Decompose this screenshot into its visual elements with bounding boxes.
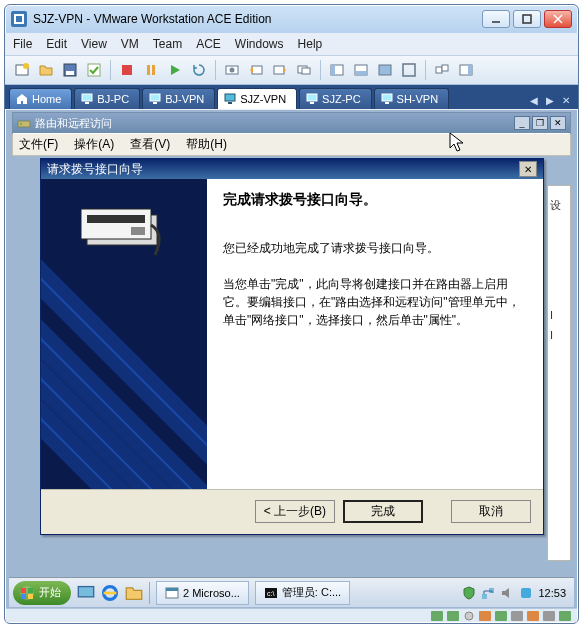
mmc-menu-action[interactable]: 操作(A) [74,136,114,153]
menu-view[interactable]: View [81,37,107,51]
cancel-button[interactable]: 取消 [451,500,531,523]
snapshot-prev-icon[interactable] [245,59,267,81]
save-icon[interactable] [59,59,81,81]
tray-security-icon[interactable] [462,586,476,600]
quick-launch-ie-icon[interactable] [101,584,119,602]
status-cd-icon[interactable] [463,611,475,621]
status-usb-icon[interactable] [527,611,539,621]
svg-rect-27 [436,67,442,73]
tab-close-icon[interactable]: ✕ [558,91,574,109]
titlebar: SJZ-VPN - VMware Workstation ACE Edition [5,5,578,33]
tab-sh-vpn[interactable]: SH-VPN [374,88,450,109]
menu-windows[interactable]: Windows [235,37,284,51]
snapshot-manager-icon[interactable] [293,59,315,81]
show-left-pane-icon[interactable] [326,59,348,81]
tab-home[interactable]: Home [9,88,72,109]
ace-icon[interactable] [83,59,105,81]
svg-point-8 [23,63,29,69]
svg-point-60 [465,612,473,620]
mmc-menu-help[interactable]: 帮助(H) [186,136,227,153]
svg-rect-18 [274,66,284,74]
tray-info-icon[interactable] [519,586,533,600]
svg-rect-22 [331,65,335,75]
reset-icon[interactable] [188,59,210,81]
maximize-button[interactable] [513,10,541,28]
svg-rect-14 [152,65,155,75]
stop-icon[interactable] [116,59,138,81]
mmc-restore-button[interactable]: ❐ [532,116,548,130]
mmc-menu-file[interactable]: 文件(F) [19,136,58,153]
status-net-icon[interactable] [495,611,507,621]
tab-bj-vpn[interactable]: BJ-VPN [142,88,215,109]
svg-rect-36 [228,102,232,104]
open-icon[interactable] [35,59,57,81]
vmware-window: SJZ-VPN - VMware Workstation ACE Edition… [4,4,579,624]
sidebar-toggle-icon[interactable] [455,59,477,81]
svg-rect-28 [442,65,448,71]
status-hdd-icon[interactable] [431,611,443,621]
vmware-statusbar [6,608,577,622]
menu-vm[interactable]: VM [121,37,139,51]
status-floppy-icon[interactable] [479,611,491,621]
unity-icon[interactable] [431,59,453,81]
close-button[interactable] [544,10,572,28]
tab-sjz-pc[interactable]: SJZ-PC [299,88,372,109]
minimize-button[interactable] [482,10,510,28]
tab-scroll-left-icon[interactable]: ◀ [526,91,542,109]
svg-rect-13 [147,65,150,75]
svg-rect-12 [122,65,132,75]
new-vm-icon[interactable] [11,59,33,81]
tray-clock[interactable]: 12:53 [538,587,566,599]
status-net2-icon[interactable] [511,611,523,621]
svg-rect-35 [225,94,235,101]
window-title: SJZ-VPN - VMware Workstation ACE Edition [33,12,272,26]
status-hdd2-icon[interactable] [447,611,459,621]
wizard-title: 请求拨号接口向导 [47,161,143,178]
tray-volume-icon[interactable] [500,586,514,600]
play-icon[interactable] [164,59,186,81]
tab-scroll-right-icon[interactable]: ▶ [542,91,558,109]
fullscreen-icon[interactable] [398,59,420,81]
svg-rect-34 [153,102,157,104]
back-button[interactable]: < 上一步(B) [255,500,335,523]
svg-rect-37 [307,94,317,101]
svg-rect-20 [302,68,310,74]
tab-bj-pc[interactable]: BJ-PC [74,88,140,109]
svg-rect-58 [431,611,443,621]
mmc-titlebar: 路由和远程访问 _ ❐ ✕ [13,113,570,133]
tab-bar: Home BJ-PC BJ-VPN SJZ-VPN SJZ-PC SH-VPN … [5,85,578,109]
menu-ace[interactable]: ACE [196,37,221,51]
quick-launch-desktop-icon[interactable] [77,584,95,602]
tab-sjz-vpn[interactable]: SJZ-VPN [217,88,297,109]
taskbar-item-cmd[interactable]: c:\ 管理员: C:... [255,581,350,605]
wizard-close-button[interactable]: ✕ [519,161,537,177]
svg-rect-4 [523,15,531,23]
system-tray: 12:53 [458,586,570,600]
mmc-minimize-button[interactable]: _ [514,116,530,130]
quick-switch-icon[interactable] [374,59,396,81]
menu-file[interactable]: File [13,37,32,51]
mmc-close-button[interactable]: ✕ [550,116,566,130]
pause-icon[interactable] [140,59,162,81]
menu-edit[interactable]: Edit [46,37,67,51]
snapshot-icon[interactable] [221,59,243,81]
monitor-icon [224,93,236,105]
svg-rect-2 [16,16,22,22]
snapshot-next-icon[interactable] [269,59,291,81]
menu-help[interactable]: Help [298,37,323,51]
show-console-icon[interactable] [350,59,372,81]
finish-button[interactable]: 完成 [343,500,423,523]
status-display-icon[interactable] [559,611,571,621]
mmc-title-text: 路由和远程访问 [35,116,112,131]
status-sound-icon[interactable] [543,611,555,621]
taskbar-item-microsoft[interactable]: 2 Microso... [156,581,249,605]
menu-team[interactable]: Team [153,37,182,51]
svg-rect-39 [382,94,392,101]
svg-rect-57 [521,588,531,598]
mmc-menu-view[interactable]: 查看(V) [130,136,170,153]
svg-rect-38 [310,102,314,104]
svg-rect-59 [447,611,459,621]
start-button[interactable]: 开始 [13,581,71,605]
quick-launch-explorer-icon[interactable] [125,584,143,602]
tray-network-icon[interactable] [481,586,495,600]
